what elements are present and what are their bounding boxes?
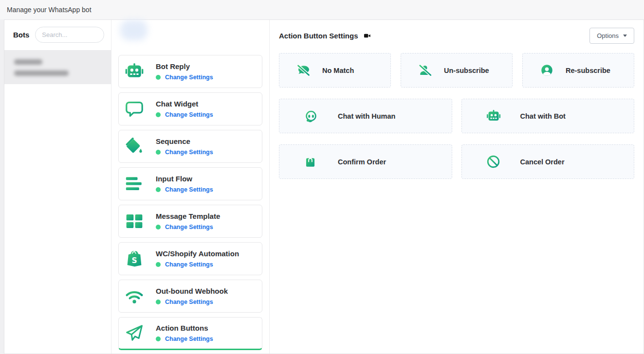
page-title: Manage your WhatsApp bot — [7, 6, 92, 14]
action-button-settings-panel: Action Button Settings Options No Match — [270, 20, 644, 354]
action-button-label: Un-subscribe — [444, 67, 489, 74]
search-input[interactable] — [35, 27, 104, 43]
status-dot — [156, 75, 161, 80]
headset-icon — [304, 109, 318, 124]
action-button-label: Chat with Human — [338, 112, 395, 120]
shopping-bag-icon — [304, 155, 317, 169]
section-title: Action Button Settings — [279, 32, 358, 40]
change-settings-link[interactable]: Change Settings — [165, 74, 213, 81]
features-column: Bot Reply Change Settings Chat Widget Ch… — [111, 20, 270, 354]
action-button-resubscribe[interactable]: Re-subscribe — [522, 53, 634, 88]
action-button-chat-with-human[interactable]: Chat with Human — [279, 99, 452, 133]
change-settings-link[interactable]: Change Settings — [165, 111, 213, 118]
feature-title: Sequence — [156, 137, 213, 145]
ban-icon — [486, 155, 500, 169]
paper-plane-icon — [125, 324, 144, 342]
user-slash-icon — [419, 64, 432, 77]
status-dot — [156, 300, 161, 304]
feature-card-message-template[interactable]: Message Template Change Settings — [118, 205, 262, 238]
action-button-label: Cancel Order — [520, 158, 565, 166]
wifi-icon — [125, 287, 144, 305]
feature-title: Out-bound Webhook — [156, 287, 228, 295]
feature-title: WC/Shopify Automation — [156, 249, 239, 258]
comment-icon — [125, 100, 144, 118]
feature-card-outbound-webhook[interactable]: Out-bound Webhook Change Settings — [118, 280, 262, 313]
robot-icon — [486, 109, 501, 123]
robot-icon — [125, 63, 144, 80]
user-circle-icon — [540, 64, 553, 77]
main-panel: Bots Bot Reply Change Settings — [4, 19, 644, 354]
comment-slash-icon — [297, 64, 311, 77]
change-settings-link[interactable]: Change Settings — [165, 336, 213, 342]
action-button-no-match[interactable]: No Match — [279, 53, 391, 88]
fill-drip-icon — [125, 138, 144, 155]
svg-text:S: S — [132, 256, 137, 265]
selected-bot-item[interactable] — [4, 50, 111, 84]
status-dot — [156, 225, 161, 230]
top-navbar: Manage your WhatsApp bot — [0, 0, 644, 19]
feature-title: Bot Reply — [156, 62, 213, 71]
feature-title: Input Flow — [156, 175, 213, 183]
status-dot — [156, 336, 161, 341]
status-dot — [156, 187, 161, 192]
feature-card-shopify-automation[interactable]: S WC/Shopify Automation Change Settings — [118, 242, 262, 275]
action-button-cancel-order[interactable]: Cancel Order — [461, 144, 635, 179]
sidebar-header: Bots — [4, 20, 111, 50]
change-settings-link[interactable]: Change Settings — [165, 261, 213, 268]
shopify-icon: S — [125, 250, 144, 267]
action-button-label: No Match — [322, 67, 354, 74]
action-button-unsubscribe[interactable]: Un-subscribe — [401, 53, 513, 88]
feature-title: Message Template — [156, 212, 220, 220]
options-button[interactable]: Options — [589, 28, 634, 44]
action-button-chat-with-bot[interactable]: Chat with Bot — [461, 99, 635, 133]
action-button-label: Chat with Bot — [520, 112, 566, 120]
feature-card-input-flow[interactable]: Input Flow Change Settings — [118, 167, 262, 200]
feature-card-action-buttons[interactable]: Action Buttons Change Settings — [118, 317, 262, 350]
video-camera-icon[interactable] — [363, 32, 371, 39]
align-left-icon — [125, 175, 144, 193]
feature-card-bot-reply[interactable]: Bot Reply Change Settings — [118, 55, 262, 88]
redacted-bot-phone — [14, 71, 69, 76]
blurred-avatar-blob — [120, 20, 147, 40]
action-button-confirm-order[interactable]: Confirm Order — [279, 144, 452, 179]
status-dot — [156, 150, 161, 155]
chevron-down-icon — [623, 35, 627, 37]
options-button-label: Options — [597, 32, 619, 39]
grid-icon — [125, 212, 144, 230]
bots-sidebar: Bots — [4, 20, 111, 354]
change-settings-link[interactable]: Change Settings — [165, 299, 213, 305]
bots-label: Bots — [13, 31, 29, 39]
redacted-bot-name — [14, 59, 42, 65]
status-dot — [156, 262, 161, 267]
status-dot — [156, 112, 161, 117]
change-settings-link[interactable]: Change Settings — [165, 186, 213, 193]
feature-card-sequence[interactable]: Sequence Change Settings — [118, 130, 262, 163]
action-button-label: Re-subscribe — [566, 67, 610, 74]
change-settings-link[interactable]: Change Settings — [165, 149, 213, 156]
change-settings-link[interactable]: Change Settings — [165, 224, 213, 230]
feature-title: Action Buttons — [156, 324, 213, 332]
feature-title: Chat Widget — [156, 100, 213, 108]
action-button-label: Confirm Order — [338, 158, 386, 166]
feature-card-chat-widget[interactable]: Chat Widget Change Settings — [118, 92, 262, 125]
